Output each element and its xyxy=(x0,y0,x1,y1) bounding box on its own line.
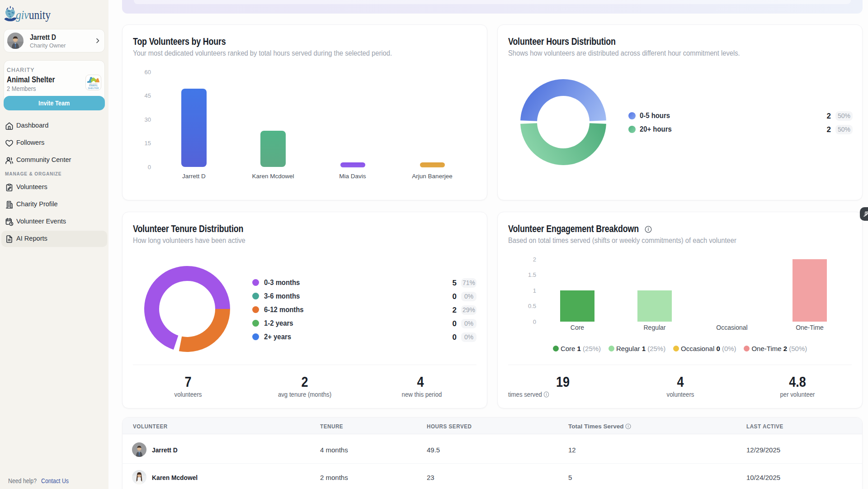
svg-text:SHELTER: SHELTER xyxy=(88,87,99,90)
